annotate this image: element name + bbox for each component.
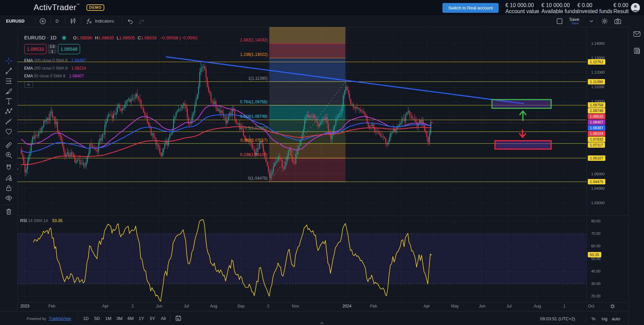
fib-retracement-tool-icon[interactable]: [4, 77, 13, 85]
compare-add-icon[interactable]: [39, 15, 46, 27]
spread-value-bottom: 1: [48, 49, 57, 54]
interval-button[interactable]: D: [56, 15, 59, 27]
news-icon[interactable]: [633, 46, 641, 55]
symbol-button[interactable]: EURUSD: [6, 15, 25, 27]
account-stat: € 0.00Invested funds: [577, 2, 612, 14]
text-tool-icon[interactable]: [4, 97, 13, 106]
indicator-value: 1.08407: [69, 74, 83, 78]
legend-symbol[interactable]: EURUSD · 1D: [24, 35, 57, 40]
indicator-row[interactable]: EMA 50 close 0 SMA 9 1.08407: [24, 74, 84, 78]
save-layout-button[interactable]: Save Save: [569, 15, 579, 27]
timeframe-button-3m[interactable]: 3M: [116, 312, 122, 325]
date-tick: Aug: [210, 304, 217, 309]
snapshot-camera-icon[interactable]: [614, 15, 622, 27]
indicator-row[interactable]: EMA 200 close 0 SMA 9 1.08224: [24, 66, 86, 71]
crosshair-tool-icon[interactable]: [4, 57, 13, 65]
scale-option-log[interactable]: log: [602, 316, 607, 321]
indicator-row[interactable]: EMA 100 close 0 SMA 9 1.08387: [24, 58, 86, 63]
save-label: Save: [569, 17, 579, 22]
stat-label: Invested funds: [577, 8, 612, 14]
mail-envelope-icon[interactable]: [633, 30, 641, 38]
indicator-name: EMA: [24, 66, 33, 71]
date-tick: May: [451, 304, 459, 309]
fib-label: 1(1.11390): [248, 76, 267, 81]
measure-ruler-tool-icon[interactable]: [4, 141, 13, 149]
price-tick: 1.03000: [591, 201, 605, 205]
switch-to-real-button[interactable]: Switch to Real account: [442, 3, 499, 13]
time-axis-settings-icon[interactable]: [610, 303, 615, 311]
rsi-badge: 53.35: [588, 252, 601, 257]
price-badge: 1.08748: [588, 108, 605, 113]
user-avatar[interactable]: [631, 3, 640, 12]
powered-by-label: Powered by: [27, 317, 46, 321]
expand-panel-tab[interactable]: ›: [15, 164, 21, 174]
indicators-label: Indicators: [95, 19, 114, 24]
stat-label: Account value: [505, 8, 539, 14]
indicator-value: 1.08224: [71, 66, 86, 71]
ohlc-key: O: [73, 35, 76, 40]
timeframe-button-5d[interactable]: 5D: [94, 312, 100, 325]
price-badge: 1.11390: [588, 79, 605, 84]
price-badge: 1.08407: [588, 119, 605, 125]
zoom-in-tool-icon[interactable]: [4, 151, 13, 159]
stat-value: € 10 000.00: [541, 2, 578, 8]
brush-tool-icon[interactable]: [4, 87, 13, 96]
timeframe-button-1y[interactable]: 1Y: [139, 312, 144, 325]
scale-option-auto[interactable]: auto: [612, 316, 620, 321]
date-tick: 2: [132, 304, 134, 309]
delete-trash-icon[interactable]: [4, 207, 13, 216]
rsi-value: 53.35: [52, 218, 62, 223]
bid-ask-widget: 1.08533 1.5 1 1.08548: [24, 44, 80, 54]
drawing-mode-lock-icon[interactable]: [4, 174, 13, 182]
date-tick: Nov: [292, 304, 299, 309]
stat-label: Result: [613, 8, 629, 14]
clock-label[interactable]: 09:03:51 (UTC+2): [540, 316, 575, 321]
sell-price-button[interactable]: 1.08533: [24, 44, 46, 54]
top-header: ActivTrader™ DEMO Switch to Real account…: [0, 0, 644, 15]
buy-price-button[interactable]: 1.08548: [58, 44, 80, 54]
stat-value: € 0.00: [613, 2, 629, 8]
divider: [170, 315, 170, 322]
price-badge: 1.12752: [588, 59, 605, 65]
magnet-tool-icon[interactable]: [4, 164, 13, 172]
timeframe-button-5y[interactable]: 5Y: [150, 312, 155, 325]
date-tick: Jun: [156, 304, 162, 309]
indicator-params: 50 close 0 SMA 9: [34, 74, 65, 78]
date-tick: Jun: [479, 304, 485, 309]
rsi-tick: 60.00: [591, 244, 601, 248]
collapse-bottom-chevron[interactable]: [320, 320, 324, 325]
tradingview-link[interactable]: TradingView: [49, 316, 71, 321]
fib-label: 1.236(1.13022): [240, 52, 267, 57]
redo-icon[interactable]: [138, 15, 145, 27]
forecast-tool-icon[interactable]: [4, 117, 13, 126]
hide-drawings-eye-icon[interactable]: [4, 194, 13, 203]
timeframe-button-all[interactable]: All: [161, 312, 166, 325]
save-chevron-icon[interactable]: [589, 15, 594, 27]
layout-select-icon[interactable]: [556, 15, 563, 27]
indicators-button[interactable]: Indicators: [85, 15, 114, 27]
timeframe-button-1m[interactable]: 1M: [105, 312, 111, 325]
divider: [122, 17, 122, 25]
chart-canvas[interactable]: [17, 27, 586, 302]
settings-gear-icon[interactable]: [601, 15, 608, 27]
emoji-heart-tool-icon[interactable]: [4, 127, 13, 136]
collapse-legend-button[interactable]: [24, 82, 33, 88]
goto-date-icon[interactable]: [175, 312, 182, 325]
fx-icon: [85, 17, 93, 25]
ohlc-values: O1.08590H1.08630L1.08505C1.08533 −0.0005…: [70, 35, 197, 40]
xabcd-pattern-tool-icon[interactable]: [4, 107, 13, 116]
timeframe-button-6m[interactable]: 6M: [128, 312, 134, 325]
rsi-tick: 80.00: [591, 219, 601, 223]
pane-divider[interactable]: [17, 215, 629, 216]
date-tick: 2023: [21, 304, 30, 309]
rsi-name[interactable]: RSI: [20, 218, 27, 223]
lock-all-tool-icon[interactable]: [4, 184, 13, 192]
undo-icon[interactable]: [127, 15, 134, 27]
scale-option-percent[interactable]: %: [592, 316, 596, 321]
account-stat: € 10 000.00Available funds: [541, 2, 578, 14]
timeframe-button-1d[interactable]: 1D: [83, 312, 89, 325]
trendline-tool-icon[interactable]: [4, 67, 13, 75]
demo-badge: DEMO: [86, 4, 104, 11]
stat-value: € 10 000.00: [505, 2, 539, 8]
chart-style-icon[interactable]: [69, 15, 77, 27]
